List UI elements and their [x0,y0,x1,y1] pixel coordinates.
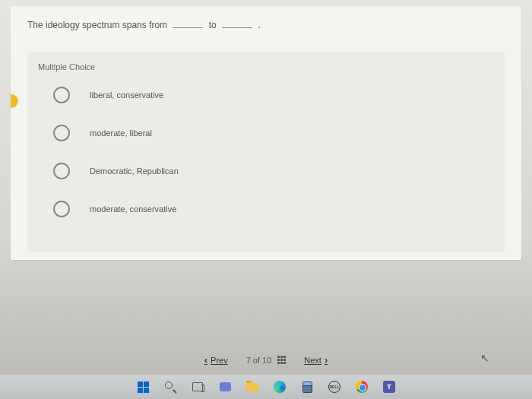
position-text: 7 of 10 [246,356,272,365]
multiple-choice-label: Multiple Choice [38,62,494,71]
question-text: The ideology spectrum spans from to . [27,20,505,30]
option-3[interactable]: Democratic, Republican [38,163,494,179]
option-text: Democratic, Republican [90,166,179,176]
windows-taskbar: DELL T [0,375,532,399]
blank-1 [173,27,203,28]
option-4[interactable]: moderate, conservative [38,201,494,217]
chat-button[interactable] [218,380,232,394]
chrome-icon [356,381,368,393]
blank-2 [222,27,252,28]
edge-icon [274,381,286,393]
chevron-left-icon: ‹ [204,354,207,366]
chevron-right-icon: › [325,354,328,366]
start-button[interactable] [136,380,150,394]
option-text: liberal, conservative [90,90,163,100]
question-prefix: The ideology spectrum spans from [27,20,167,30]
highlight-tab-icon [11,94,18,108]
radio-icon[interactable] [53,125,70,141]
edge-button[interactable] [273,380,287,394]
radio-icon[interactable] [53,87,70,103]
position-indicator: 7 of 10 [246,356,287,365]
dell-button[interactable]: DELL [328,380,341,394]
next-button[interactable]: Next › [304,354,328,366]
option-2[interactable]: moderate, liberal [38,125,494,141]
search-button[interactable] [163,380,177,394]
option-text: moderate, conservative [90,204,176,214]
task-view-button[interactable] [191,380,204,394]
option-text: moderate, liberal [90,128,152,138]
calculator-button[interactable] [300,380,314,394]
question-suffix: . [258,20,260,30]
task-view-icon [192,382,203,391]
question-nav: ‹ Prev 7 of 10 Next › [0,354,532,366]
chrome-button[interactable] [355,380,369,394]
dell-icon: DELL [328,381,340,393]
radio-icon[interactable] [53,201,70,217]
grid-icon[interactable] [277,356,286,364]
chat-icon [220,382,231,391]
radio-icon[interactable] [53,163,70,179]
question-card: The ideology spectrum spans from to . Mu… [11,6,521,260]
folder-icon [246,383,258,391]
multiple-choice-panel: Multiple Choice liberal, conservative mo… [27,52,505,252]
windows-logo-icon [138,382,149,393]
file-explorer-button[interactable] [245,380,259,394]
next-label: Next [304,356,321,365]
question-mid: to [209,20,217,30]
calculator-icon [302,382,312,393]
prev-button[interactable]: ‹ Prev [204,354,228,366]
search-icon [165,382,176,393]
prev-label: Prev [211,356,228,365]
teams-icon: T [383,381,395,393]
option-1[interactable]: liberal, conservative [38,87,494,103]
teams-button[interactable]: T [382,380,396,394]
